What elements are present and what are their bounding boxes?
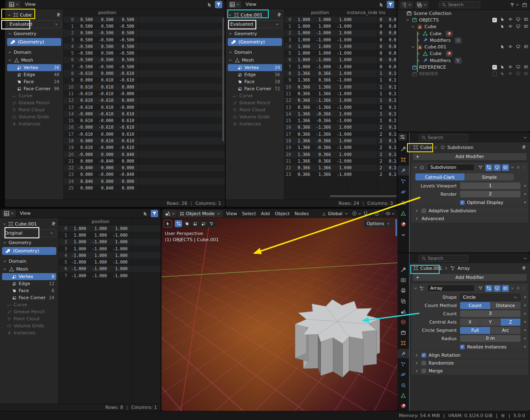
catmull-clark-button[interactable]: Catmull-Clark	[415, 173, 465, 180]
view-menu[interactable]: View	[23, 2, 37, 7]
radius-field[interactable]: 0 m	[460, 335, 520, 342]
tab-particles[interactable]	[398, 176, 409, 186]
camera-toggle[interactable]	[524, 71, 528, 77]
menu-view[interactable]: View	[224, 211, 239, 216]
adaptive-subdivision-checkbox[interactable]	[422, 209, 426, 213]
domain-item-face-corner[interactable]: Face Corner96	[7, 85, 61, 92]
breadcrumb-modifier[interactable]: Array	[458, 266, 470, 271]
edit-mode-toggle[interactable]	[477, 164, 484, 171]
decorator-dot[interactable]	[524, 321, 526, 323]
segment-arc-button[interactable]: Arc	[490, 327, 521, 334]
pivot-dropdown[interactable]	[352, 211, 362, 216]
modifier-name-field[interactable]: Array	[427, 285, 475, 292]
axis-y-button[interactable]: Y	[480, 319, 500, 326]
monitor-toggle[interactable]	[516, 65, 520, 70]
camera-toggle[interactable]	[524, 24, 528, 30]
monitor-toggle[interactable]	[516, 24, 520, 30]
arrow-toggle[interactable]	[500, 71, 505, 77]
axis-x-button[interactable]: X	[460, 319, 480, 326]
count-method-count-button[interactable]: Count	[460, 302, 490, 309]
add-modifier-button[interactable]: Add Modifier	[413, 274, 527, 281]
decorator-dot[interactable]	[524, 202, 526, 203]
eye-toggle[interactable]	[508, 44, 513, 50]
count-field[interactable]: 3	[460, 310, 520, 317]
snap-dropdown[interactable]	[363, 211, 373, 216]
new-collection-button[interactable]	[522, 2, 528, 8]
eye-toggle[interactable]	[508, 71, 513, 77]
mod-array-badge[interactable]	[455, 58, 462, 64]
display-mode-button[interactable]	[415, 1, 429, 9]
exclude-checkbox[interactable]: ✓	[492, 18, 497, 22]
outliner-row-modifiers[interactable]: Modifiers	[398, 37, 530, 43]
tab-object[interactable]	[398, 338, 409, 348]
proportional-edit-dropdown[interactable]	[374, 211, 384, 216]
mesh-section[interactable]: Mesh	[5, 56, 63, 64]
exclude-checkbox[interactable]	[492, 72, 497, 76]
decorator-dot[interactable]	[524, 313, 526, 314]
add-modifier-button[interactable]: Add Modifier	[413, 153, 527, 160]
geometry-button[interactable]: (Geometry)	[2, 247, 56, 255]
tab-render[interactable]	[398, 275, 409, 285]
camera-toggle[interactable]	[524, 65, 528, 70]
align-rotation-panel[interactable]: ✓ Align Rotation	[411, 351, 528, 359]
render-display-toggle[interactable]	[502, 285, 509, 292]
monitor-toggle[interactable]	[516, 71, 520, 77]
decorator-dot[interactable]	[524, 185, 526, 187]
editor-type-button[interactable]	[398, 133, 407, 141]
decorator-dot[interactable]	[524, 346, 526, 348]
mesh-section[interactable]: Mesh	[0, 265, 58, 273]
geometry-section[interactable]: Geometry	[5, 30, 63, 38]
tab-data[interactable]	[398, 209, 409, 218]
domain-item-edge[interactable]: Edge36	[228, 71, 282, 78]
segment-full-button[interactable]: Full	[460, 327, 490, 334]
material-badge[interactable]	[446, 31, 453, 37]
align-rotation-checkbox[interactable]: ✓	[422, 353, 426, 358]
editor-type-button[interactable]	[400, 1, 413, 9]
tab-data[interactable]	[398, 391, 409, 400]
monitor-toggle[interactable]	[516, 17, 520, 23]
viewport-scene[interactable]	[161, 218, 398, 411]
outliner-row-objects[interactable]: OBJECTS✓	[398, 17, 530, 23]
levels-viewport-field[interactable]: 1	[460, 182, 520, 189]
editor-type-button[interactable]	[228, 1, 241, 8]
outliner-row-render[interactable]: RENDER	[398, 71, 530, 77]
realize-instances-checkbox[interactable]: ✓	[460, 345, 465, 349]
outliner-row-cube[interactable]: Cube	[398, 24, 530, 30]
object-selector[interactable]: Cube.001	[226, 10, 284, 19]
outliner-search[interactable]: Search	[439, 1, 480, 8]
tab-collection[interactable]	[398, 328, 409, 337]
filter-button[interactable]	[215, 1, 222, 8]
drag-handle-icon[interactable]	[522, 165, 526, 170]
domain-item-vertex[interactable]: Vertex8	[2, 273, 56, 280]
dataset-dropdown[interactable]: Original	[2, 229, 56, 237]
chevron-down-icon[interactable]	[523, 256, 528, 261]
geometry-button[interactable]: (Geometry)	[228, 38, 282, 46]
count-method-distance-button[interactable]: Distance	[490, 302, 521, 309]
viewport-display-toggle[interactable]	[494, 285, 501, 292]
viewport-3d[interactable]: Object Mode ViewSelectAddObjectNodes Glo…	[161, 209, 398, 411]
monitor-toggle[interactable]	[516, 44, 520, 50]
viewport-scrollbar[interactable]	[395, 219, 397, 236]
column-header-position[interactable]: position	[76, 10, 138, 15]
extra-select-button[interactable]	[208, 220, 215, 227]
tab-modifiers[interactable]	[398, 166, 409, 175]
column-header-position[interactable]: position	[70, 219, 132, 224]
render-display-toggle[interactable]	[502, 164, 509, 171]
camera-toggle[interactable]	[524, 17, 528, 23]
tab-output[interactable]	[398, 286, 409, 295]
view-menu[interactable]: View	[244, 2, 258, 7]
tab-material[interactable]	[398, 401, 409, 411]
box-select-button[interactable]	[183, 220, 190, 227]
tab-material[interactable]	[398, 219, 409, 229]
advanced-panel[interactable]: Advanced	[411, 214, 528, 222]
eye-toggle[interactable]	[508, 65, 513, 70]
selection-filter-icon[interactable]	[378, 2, 384, 7]
dataset-dropdown[interactable]: Evaluated	[228, 20, 282, 28]
axis-z-button[interactable]: Z	[500, 319, 520, 326]
menu-object[interactable]: Object	[272, 211, 292, 216]
tab-physics[interactable]	[398, 187, 409, 197]
properties-search[interactable]: Search	[419, 255, 468, 262]
menu-add[interactable]: Add	[258, 211, 272, 216]
domain-item-face[interactable]: Face18	[228, 78, 282, 85]
arrow-toggle[interactable]	[500, 24, 505, 30]
